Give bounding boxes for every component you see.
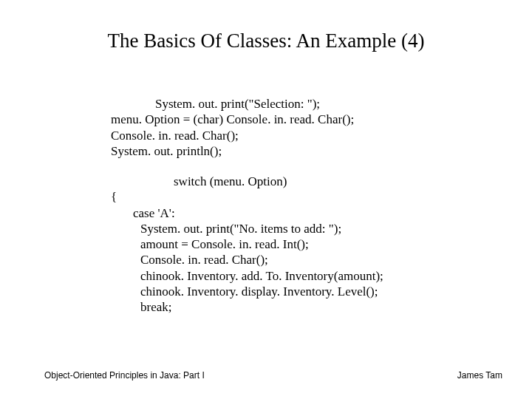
- code-line: System. out. print("No. items to add: ")…: [111, 221, 383, 236]
- code-line: chinook. Inventory. display. Inventory. …: [111, 284, 383, 299]
- code-line: case 'A':: [111, 205, 383, 221]
- code-line: chinook. Inventory. add. To. Inventory(a…: [111, 268, 383, 284]
- code-line: Console. in. read. Char();: [111, 128, 354, 143]
- code-line: amount = Console. in. read. Int();: [111, 236, 383, 252]
- code-line: break;: [111, 299, 383, 315]
- code-line: switch (menu. Option): [111, 174, 383, 189]
- code-block-2: switch (menu. Option) { case 'A': System…: [111, 174, 383, 315]
- code-line: menu. Option = (char) Console. in. read.…: [111, 112, 354, 127]
- code-line: {: [111, 189, 383, 205]
- footer-left: Object-Oriented Principles in Java: Part…: [44, 370, 205, 381]
- code-block-1: System. out. print("Selection: "); menu.…: [111, 96, 354, 159]
- code-line: System. out. println();: [111, 143, 354, 159]
- code-line: Console. in. read. Char();: [111, 252, 383, 267]
- code-line: System. out. print("Selection: ");: [111, 96, 354, 112]
- slide-title: The Basics Of Classes: An Example (4): [0, 0, 532, 52]
- footer-right: James Tam: [457, 370, 502, 381]
